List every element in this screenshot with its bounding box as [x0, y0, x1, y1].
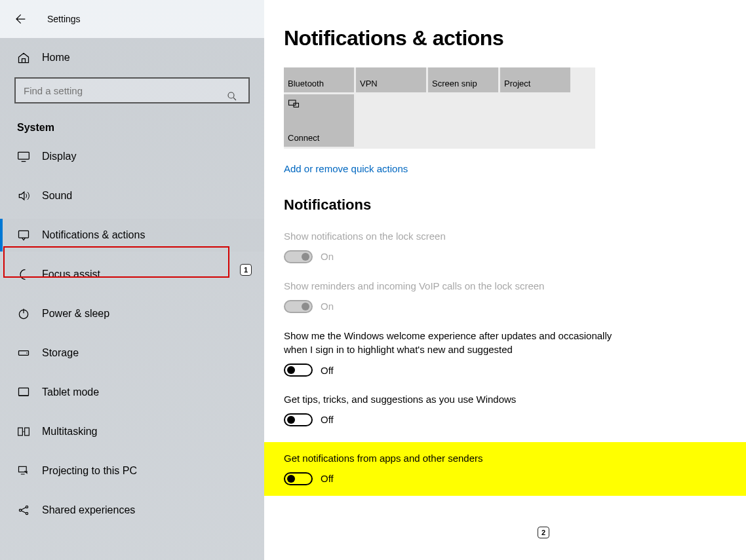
multitask-icon	[17, 425, 30, 438]
search-input[interactable]	[14, 77, 250, 103]
svg-rect-13	[289, 100, 296, 105]
toggle-state: Off	[321, 365, 334, 376]
setting-voip-lock-screen: Show reminders and incoming VoIP calls o…	[284, 279, 625, 313]
sidebar-item-notifications[interactable]: Notifications & actions	[0, 219, 264, 252]
annotation-badge-1: 1	[240, 264, 252, 276]
annotation-badge-2: 2	[538, 527, 549, 538]
main-content: Notifications & actions Bluetooth VPN Sc…	[264, 0, 746, 560]
home-icon	[17, 51, 30, 64]
window-title: Settings	[47, 14, 81, 24]
sidebar-item-tablet-mode[interactable]: Tablet mode	[0, 376, 264, 409]
sidebar-nav: Display Sound Notifications & actions Fo…	[0, 140, 264, 527]
sidebar-item-label: Display	[42, 151, 76, 162]
sidebar-item-label: Power & sleep	[42, 308, 109, 320]
page-title: Notifications & actions	[284, 26, 746, 50]
sidebar-item-label: Shared experiences	[42, 504, 135, 516]
setting-label: Get tips, tricks, and suggestions as you…	[284, 392, 625, 407]
sidebar-item-sound[interactable]: Sound	[0, 179, 264, 212]
sidebar-item-label: Projecting to this PC	[42, 465, 137, 477]
sidebar-item-multitasking[interactable]: Multitasking	[0, 415, 264, 448]
quick-actions-panel: Bluetooth VPN Screen snip Project Connec…	[284, 67, 595, 149]
sidebar-item-label: Notifications & actions	[42, 229, 145, 241]
setting-apps-notifications: Get notifications from apps and other se…	[284, 451, 625, 485]
moon-icon	[17, 268, 30, 281]
toggle-welcome-experience[interactable]	[284, 364, 313, 377]
notification-icon	[17, 229, 30, 242]
toggle-state: On	[321, 301, 334, 312]
back-button[interactable]	[12, 11, 28, 27]
project-icon	[17, 464, 30, 477]
sidebar-item-shared-experiences[interactable]: Shared experiences	[0, 494, 264, 527]
sidebar-item-label: Focus assist	[42, 269, 100, 280]
toggle-state: On	[321, 251, 334, 262]
quick-tile-project[interactable]: Project	[500, 67, 570, 92]
monitor-icon	[17, 150, 30, 163]
quick-tile-bluetooth[interactable]: Bluetooth	[284, 67, 354, 92]
svg-rect-1	[18, 152, 29, 159]
sidebar-home-label: Home	[42, 52, 70, 64]
setting-label: Get notifications from apps and other se…	[284, 451, 625, 466]
toggle-voip-lock-screen[interactable]	[284, 300, 313, 313]
setting-label: Show reminders and incoming VoIP calls o…	[284, 279, 625, 293]
sidebar-item-label: Multitasking	[42, 426, 97, 438]
toggle-lock-screen-notifications[interactable]	[284, 250, 313, 263]
speaker-icon	[17, 189, 30, 202]
connect-icon	[288, 98, 300, 110]
sidebar-item-projecting[interactable]: Projecting to this PC	[0, 455, 264, 487]
header-bar: Settings	[0, 0, 264, 38]
add-remove-quick-actions-link[interactable]: Add or remove quick actions	[284, 163, 746, 174]
power-icon	[17, 307, 30, 320]
sidebar-section-label: System	[0, 103, 264, 140]
sidebar-item-display[interactable]: Display	[0, 140, 264, 173]
setting-lock-screen-notifications: Show notifications on the lock screen On	[284, 229, 625, 263]
quick-tile-vpn[interactable]: VPN	[356, 67, 426, 92]
sidebar-item-focus-assist[interactable]: Focus assist	[0, 258, 264, 291]
svg-point-12	[26, 512, 28, 514]
svg-point-5	[26, 352, 28, 354]
setting-tips-tricks: Get tips, tricks, and suggestions as you…	[284, 392, 625, 426]
notifications-heading: Notifications	[284, 196, 746, 214]
svg-rect-8	[25, 428, 29, 436]
arrow-left-icon	[13, 12, 26, 26]
svg-rect-6	[19, 388, 29, 396]
storage-icon	[17, 346, 30, 360]
sidebar: Settings Home System Display Sound	[0, 0, 264, 560]
sidebar-item-label: Storage	[42, 347, 79, 359]
sidebar-item-storage[interactable]: Storage	[0, 337, 264, 369]
setting-welcome-experience: Show me the Windows welcome experience a…	[284, 329, 625, 377]
sidebar-item-label: Sound	[42, 190, 72, 202]
tablet-icon	[17, 386, 30, 399]
sidebar-item-home[interactable]: Home	[0, 38, 264, 77]
toggle-state: Off	[321, 414, 334, 425]
quick-tile-screen-snip[interactable]: Screen snip	[428, 67, 498, 92]
sidebar-item-label: Tablet mode	[42, 386, 99, 398]
toggle-tips-tricks[interactable]	[284, 413, 313, 426]
setting-label: Show me the Windows welcome experience a…	[284, 329, 625, 358]
toggle-apps-notifications[interactable]	[284, 472, 313, 485]
svg-point-11	[26, 506, 28, 508]
svg-rect-7	[18, 428, 23, 436]
setting-label: Show notifications on the lock screen	[284, 229, 625, 244]
highlight-region: Get notifications from apps and other se…	[264, 442, 746, 496]
quick-tile-connect[interactable]: Connect	[284, 94, 354, 147]
sidebar-item-power-sleep[interactable]: Power & sleep	[0, 297, 264, 330]
svg-rect-2	[19, 231, 29, 238]
toggle-state: Off	[321, 473, 334, 484]
share-icon	[17, 504, 30, 517]
svg-point-10	[19, 509, 21, 511]
